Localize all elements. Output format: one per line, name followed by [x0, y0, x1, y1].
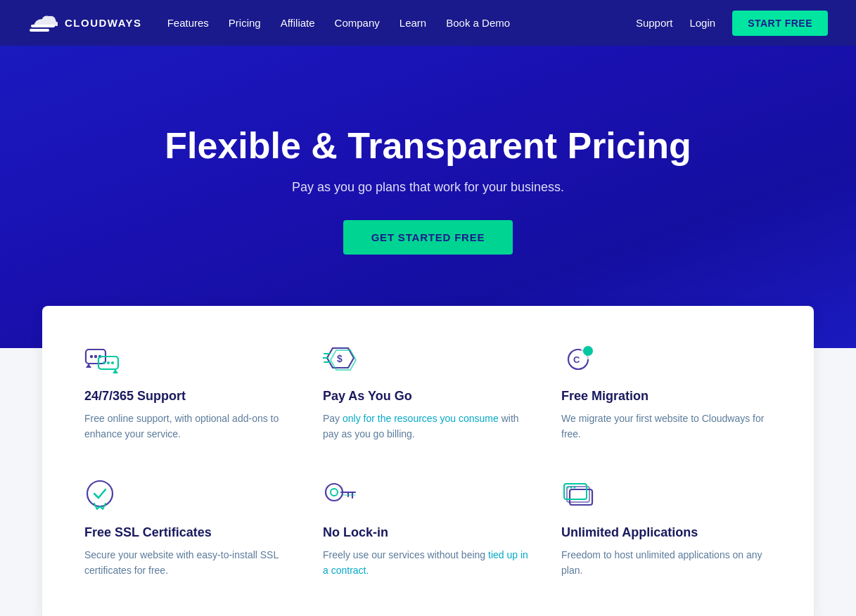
hero-subtitle: Pay as you go plans that work for your b… [292, 180, 564, 195]
feature-support-desc: Free online support, with optional add-o… [84, 411, 295, 442]
feature-support: 24/7/365 Support Free online support, wi… [84, 341, 295, 442]
svg-point-30 [574, 486, 576, 488]
svg-rect-0 [31, 25, 55, 27]
payg-icon: $ [323, 341, 359, 378]
svg-point-4 [94, 355, 97, 358]
feature-payg: $ Pay As You Go Pay only for the resourc… [323, 341, 533, 442]
svg-rect-1 [30, 29, 49, 32]
svg-point-8 [107, 361, 110, 364]
svg-text:C: C [573, 354, 580, 365]
svg-text:$: $ [337, 353, 343, 364]
nav-pricing[interactable]: Pricing [229, 17, 261, 29]
get-started-button[interactable]: GET STARTED FREE [343, 220, 513, 255]
feature-unlimited-apps: Unlimited Applications Freedom to host u… [561, 477, 772, 579]
svg-point-16 [583, 346, 593, 356]
feature-migration-title: Free Migration [561, 389, 772, 404]
login-link[interactable]: Login [689, 17, 715, 29]
nav-learn[interactable]: Learn [400, 17, 426, 29]
feature-payg-desc: Pay only for the resources you consume w… [323, 411, 533, 442]
brand-name: CLOUDWAYS [65, 17, 142, 29]
features-section: 24/7/365 Support Free online support, wi… [42, 306, 814, 616]
nav-affiliate[interactable]: Affiliate [281, 17, 315, 29]
feature-payg-title: Pay As You Go [323, 389, 533, 404]
payg-link[interactable]: only for the resources you consume [343, 413, 499, 424]
svg-point-23 [331, 489, 338, 496]
feature-unlimited-apps-desc: Freedom to host unlimited applications o… [561, 547, 772, 579]
migration-icon: C [561, 341, 598, 378]
features-grid: 24/7/365 Support Free online support, wi… [84, 341, 772, 579]
feature-no-lockin: No Lock-in Freely use our services witho… [323, 477, 533, 579]
ssl-icon [84, 477, 121, 514]
feature-support-title: 24/7/365 Support [84, 389, 295, 404]
svg-point-3 [90, 355, 93, 358]
svg-point-9 [111, 361, 114, 364]
navbar: CLOUDWAYS Features Pricing Affiliate Com… [0, 0, 856, 46]
feature-migration-desc: We migrate your first website to Cloudwa… [561, 411, 772, 442]
feature-no-lockin-desc: Freely use our services without being ti… [323, 547, 533, 579]
feature-ssl-title: Free SSL Certificates [84, 525, 295, 540]
nav-left: CLOUDWAYS Features Pricing Affiliate Com… [28, 12, 510, 34]
svg-point-19 [326, 484, 343, 501]
nav-right: Support Login START FREE [636, 11, 828, 36]
hero-section: Flexible & Transparent Pricing Pay as yo… [0, 46, 856, 348]
content-area: 24/7/365 Support Free online support, wi… [0, 306, 856, 616]
hero-title: Flexible & Transparent Pricing [165, 125, 691, 167]
feature-no-lockin-title: No Lock-in [323, 525, 533, 540]
nav-book-demo[interactable]: Book a Demo [446, 17, 510, 29]
nav-links: Features Pricing Affiliate Company Learn… [167, 17, 510, 29]
feature-ssl-desc: Secure your website with easy-to-install… [84, 547, 295, 579]
nav-features[interactable]: Features [167, 17, 209, 29]
lockin-icon [323, 477, 359, 514]
lockin-link[interactable]: tied up in a contract. [323, 549, 528, 576]
support-link[interactable]: Support [636, 17, 673, 29]
feature-unlimited-apps-title: Unlimited Applications [561, 525, 772, 540]
apps-icon [561, 477, 598, 514]
logo-area[interactable]: CLOUDWAYS [28, 12, 142, 34]
svg-point-28 [567, 486, 569, 488]
svg-point-7 [103, 361, 106, 364]
feature-ssl: Free SSL Certificates Secure your websit… [84, 477, 295, 579]
svg-point-18 [87, 481, 113, 506]
nav-company[interactable]: Company [335, 17, 380, 29]
feature-migration: C Free Migration We migrate your first w… [561, 341, 772, 442]
start-free-button[interactable]: START FREE [732, 11, 828, 36]
svg-point-29 [570, 486, 573, 488]
support-icon [84, 341, 121, 378]
logo-icon [28, 12, 58, 34]
